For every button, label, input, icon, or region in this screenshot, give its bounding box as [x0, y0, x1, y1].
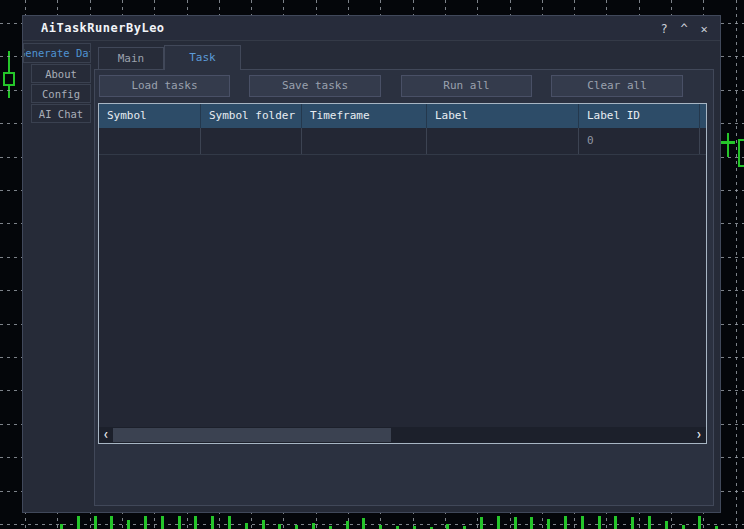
tab-main[interactable]: Main	[98, 47, 164, 69]
grid-vline	[736, 0, 737, 529]
sidebar-item-ai-chat[interactable]: AI Chat	[31, 104, 91, 123]
volume-bar	[362, 518, 365, 529]
volume-bar	[144, 516, 147, 529]
tab-task[interactable]: Task	[164, 45, 241, 70]
volume-bar	[278, 524, 281, 529]
run-all-button[interactable]: Run all	[401, 75, 532, 97]
clear-all-button[interactable]: Clear all	[551, 75, 683, 97]
sidebar-item-config[interactable]: Config	[31, 84, 91, 103]
volume-bar	[497, 516, 500, 529]
horizontal-scrollbar[interactable]: ❮ ❯	[99, 427, 706, 443]
title-bar[interactable]: AiTaskRunerByLeo ? ^ ✕	[23, 16, 720, 41]
column-header-label[interactable]: Label	[427, 104, 579, 128]
right-doji-horizontal-icon	[721, 141, 735, 144]
scrollbar-thumb[interactable]	[113, 428, 391, 442]
cell-sliver	[700, 128, 706, 154]
volume-bar	[665, 521, 668, 529]
column-header-timeframe[interactable]: Timeframe	[302, 104, 427, 128]
scroll-left-icon[interactable]: ❮	[99, 427, 113, 443]
volume-bar	[648, 516, 651, 529]
volume-bar	[110, 516, 113, 529]
volume-bar	[581, 516, 584, 529]
volume-bar	[446, 524, 449, 529]
cell-label[interactable]	[427, 128, 579, 154]
close-icon[interactable]: ✕	[694, 22, 714, 36]
app-window: AiTaskRunerByLeo ? ^ ✕ Generate Data Abo…	[22, 15, 721, 513]
volume-bar	[547, 519, 550, 529]
save-tasks-button[interactable]: Save tasks	[249, 75, 381, 97]
column-header-symbol-folder[interactable]: Symbol folder	[201, 104, 302, 128]
volume-bar	[480, 517, 483, 529]
volume-bar	[598, 516, 601, 529]
volume-bar	[698, 516, 701, 529]
volume-bar	[228, 516, 231, 529]
screen: AiTaskRunerByLeo ? ^ ✕ Generate Data Abo…	[0, 0, 744, 529]
volume-bar	[127, 520, 130, 529]
cell-symbol[interactable]	[99, 128, 201, 154]
scroll-right-icon[interactable]: ❯	[692, 427, 706, 443]
volume-bar	[631, 517, 634, 529]
volume-bar	[60, 524, 63, 529]
volume-bar	[682, 525, 685, 529]
volume-bar	[211, 516, 214, 529]
table-row[interactable]: 0	[99, 128, 706, 155]
volume-bar	[161, 516, 164, 529]
left-candle-body-icon	[3, 72, 15, 86]
sidebar-item-generate-data[interactable]: Generate Data	[23, 43, 91, 63]
volume-bar	[295, 525, 298, 529]
column-header-sliver	[700, 104, 706, 128]
window-title: AiTaskRunerByLeo	[41, 16, 165, 41]
volume-bar	[346, 521, 349, 529]
load-tasks-button[interactable]: Load tasks	[99, 75, 230, 97]
right-doji-vertical-icon	[727, 133, 729, 157]
sidebar-item-about[interactable]: About	[31, 64, 91, 83]
help-icon[interactable]: ?	[654, 22, 674, 36]
column-header-label-id[interactable]: Label ID	[579, 104, 700, 128]
volume-bar	[312, 523, 315, 529]
volume-bar	[564, 516, 567, 529]
task-table: Symbol Symbol folder Timeframe Label Lab…	[98, 103, 707, 444]
volume-bar	[245, 523, 248, 529]
table-header: Symbol Symbol folder Timeframe Label Lab…	[99, 104, 706, 128]
volume-bar	[514, 517, 517, 529]
volume-bar	[262, 520, 265, 529]
volume-bar	[77, 516, 80, 529]
volume-bar	[94, 516, 97, 529]
cell-symbol-folder[interactable]	[201, 128, 302, 154]
volume-bar	[178, 516, 181, 529]
cell-timeframe[interactable]	[302, 128, 427, 154]
right-edge-candle-icon	[738, 139, 744, 167]
cell-label-id[interactable]: 0	[579, 128, 700, 154]
collapse-icon[interactable]: ^	[674, 22, 694, 36]
window-controls: ? ^ ✕	[654, 16, 714, 41]
volume-bar	[614, 516, 617, 529]
volume-bar	[194, 516, 197, 529]
column-header-symbol[interactable]: Symbol	[99, 104, 201, 128]
volume-bar	[530, 517, 533, 529]
volume-bar	[379, 525, 382, 529]
